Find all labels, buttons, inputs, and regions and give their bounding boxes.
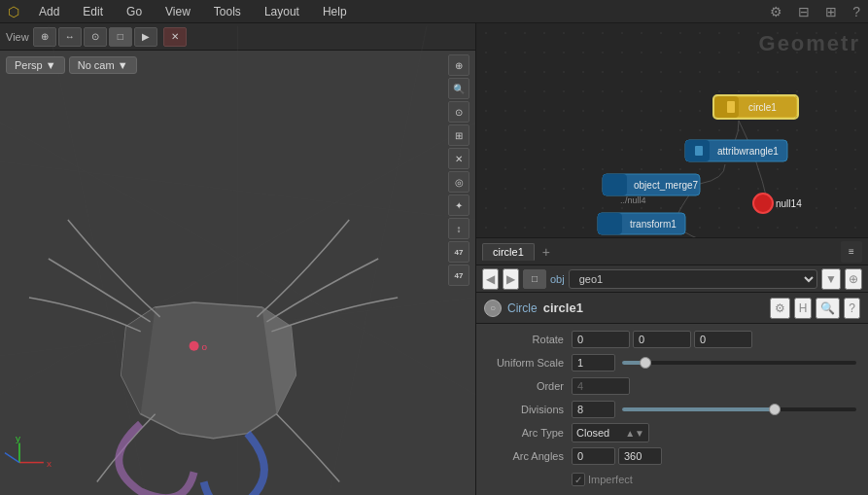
uniform-scale-input[interactable]	[572, 354, 615, 371]
persp-button[interactable]: Persp ▼	[6, 56, 65, 74]
vc-btn-3[interactable]: ⊙	[448, 101, 469, 123]
cam-button[interactable]: No cam ▼	[69, 56, 137, 74]
svg-text:../null4: ../null4	[620, 195, 646, 205]
imperfect-label: Imperfect	[588, 474, 633, 485]
params-help-icon[interactable]: ?	[844, 298, 860, 319]
node-name-label: circle1	[543, 301, 764, 315]
params-gear-icon[interactable]: ⚙	[770, 298, 790, 319]
svg-line-19	[5, 453, 19, 463]
rotate-x-input[interactable]	[572, 331, 630, 348]
nav-dropdown-icon[interactable]: ▼	[821, 268, 841, 290]
obj-icon[interactable]: □	[523, 269, 546, 289]
svg-rect-25	[727, 101, 735, 113]
arc-angles-x-input[interactable]	[572, 447, 615, 465]
arc-angles-row: Arc Angles	[476, 444, 868, 468]
geo-dropdown[interactable]: geo1	[569, 269, 817, 289]
node-type-icon: ○	[484, 300, 502, 317]
svg-line-2	[0, 123, 238, 259]
arc-type-chevron: ▲▼	[625, 428, 644, 439]
nav-extra[interactable]: ⊕	[845, 268, 862, 290]
params-body: Rotate Uniform Scale	[476, 324, 868, 495]
menu-settings-icon[interactable]: ⚙	[770, 4, 782, 19]
arc-type-value: Closed ▲▼	[572, 423, 860, 442]
nav-forward-button[interactable]: ▶	[503, 268, 519, 290]
svg-text:attribwrangle1: attribwrangle1	[717, 146, 779, 157]
menu-add[interactable]: Add	[35, 3, 63, 20]
svg-rect-36	[598, 213, 622, 234]
vc-btn-7[interactable]: ✦	[448, 194, 469, 216]
persp-cam-bar: Persp ▼ No cam ▼	[6, 56, 137, 74]
arc-type-selected: Closed	[576, 427, 609, 439]
svg-text:transform1: transform1	[630, 219, 677, 230]
order-row: Order	[476, 374, 868, 398]
viewport-scene[interactable]: o x y z	[0, 23, 475, 495]
divisions-row: Divisions	[476, 398, 868, 421]
arc-type-row: Arc Type Closed ▲▼	[476, 421, 868, 444]
vc-btn-5[interactable]: ✕	[448, 148, 469, 169]
rotate-value	[572, 331, 860, 348]
tab-circle1[interactable]: circle1	[482, 243, 535, 261]
menu-edit[interactable]: Edit	[79, 3, 107, 20]
network-title: Geometr	[759, 31, 860, 56]
check-icon: ✓	[574, 475, 582, 485]
vc-btn-8[interactable]: ↕	[448, 218, 469, 239]
menu-go[interactable]: Go	[122, 3, 146, 20]
imperfect-checkbox[interactable]: ✓	[572, 473, 585, 486]
arc-type-dropdown[interactable]: Closed ▲▼	[572, 423, 649, 442]
svg-text:object_merge7: object_merge7	[634, 180, 699, 191]
svg-line-6	[49, 25, 146, 492]
menu-help[interactable]: Help	[319, 3, 351, 20]
svg-point-38	[753, 194, 773, 213]
viewport-controls: ⊕ 🔍 ⊙ ⊞ ✕ ◎ ✦ ↕ 47 47	[448, 54, 469, 286]
params-search-icon[interactable]: 🔍	[816, 298, 840, 319]
arc-angles-y-input[interactable]	[618, 447, 662, 465]
menu-layout[interactable]: Layout	[260, 3, 303, 20]
tab-add-button[interactable]: +	[538, 244, 554, 260]
nav-back-button[interactable]: ◀	[482, 268, 499, 290]
vc-btn-6[interactable]: ◎	[448, 171, 469, 193]
imperfect-row: ✓ Imperfect	[476, 468, 868, 491]
menu-view[interactable]: View	[161, 3, 194, 20]
params-tab-menu[interactable]: ≡	[841, 241, 862, 263]
svg-line-3	[238, 123, 476, 259]
divisions-value	[572, 401, 860, 418]
params-panel: circle1 + ≡ ◀ ▶ □ obj geo1 ▼ ⊕	[476, 238, 868, 495]
arc-type-label: Arc Type	[484, 427, 572, 439]
menu-layout-icon[interactable]: ⊟	[798, 4, 810, 19]
vc-btn-9[interactable]: 47	[448, 241, 469, 263]
order-value	[572, 377, 860, 395]
params-toolbar-icons: ⚙ H 🔍 ?	[770, 298, 860, 319]
order-input[interactable]	[572, 377, 630, 395]
order-label: Order	[484, 380, 572, 392]
viewport-panel: View ⊕ ↔ ⊙ □ ▶ ✕ Persp ▼ No cam ▼	[0, 23, 476, 495]
menu-panels-icon[interactable]: ⊞	[825, 4, 837, 19]
network-editor[interactable]: circle1 attribwrangle1 object_merge7 ../…	[476, 23, 868, 238]
vc-btn-1[interactable]: ⊕	[448, 54, 469, 76]
rotate-z-input[interactable]	[694, 331, 752, 348]
menu-tools[interactable]: Tools	[210, 3, 245, 20]
vc-btn-2[interactable]: 🔍	[448, 78, 469, 99]
vc-btn-4[interactable]: ⊞	[448, 124, 469, 146]
rotate-y-input[interactable]	[633, 331, 691, 348]
rotate-label: Rotate	[484, 334, 572, 345]
svg-text:x: x	[47, 458, 52, 469]
node-icon-symbol: ○	[490, 302, 496, 313]
right-panel: circle1 attribwrangle1 object_merge7 ../…	[476, 23, 868, 495]
node-type-label: Circle	[507, 301, 538, 315]
arc-angles-value	[572, 447, 860, 465]
imperfect-value: ✓ Imperfect	[572, 473, 860, 486]
svg-text:circle1: circle1	[748, 102, 777, 113]
menu-help-icon[interactable]: ?	[852, 4, 860, 19]
rotate-row: Rotate	[476, 328, 868, 351]
uniform-scale-label: Uniform Scale	[484, 357, 572, 369]
divisions-input[interactable]	[572, 401, 615, 418]
svg-text:null14: null14	[776, 198, 802, 209]
params-pin-icon[interactable]: H	[794, 298, 813, 319]
divisions-slider[interactable]	[622, 407, 856, 411]
divisions-label: Divisions	[484, 404, 572, 415]
uniform-scale-row: Uniform Scale	[476, 351, 868, 374]
vc-btn-10[interactable]: 47	[448, 265, 469, 286]
svg-text:o: o	[202, 341, 208, 352]
app-icon: ⬡	[8, 4, 19, 19]
uniform-scale-slider[interactable]	[622, 361, 856, 365]
